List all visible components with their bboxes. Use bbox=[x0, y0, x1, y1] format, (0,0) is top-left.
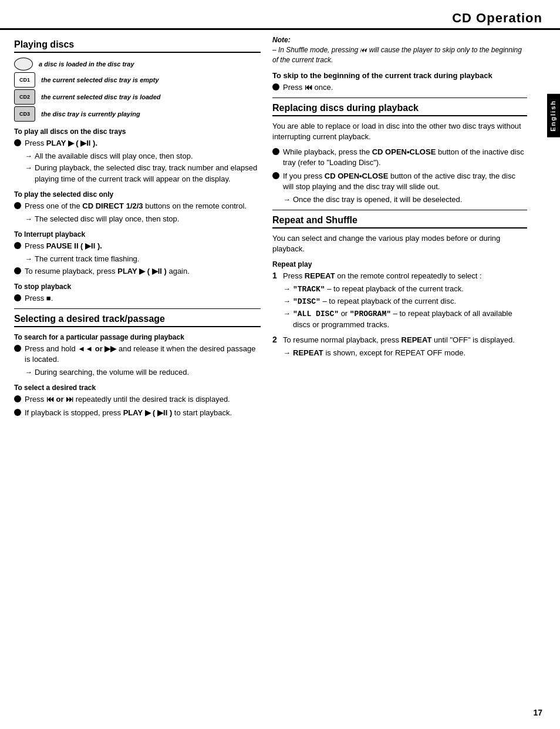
interrupt-bullet-1: Press PAUSE II ( ▶II ). bbox=[14, 241, 261, 251]
arrow-icon: → bbox=[283, 308, 291, 330]
replacing-bullet-2: If you press CD OPEN•CLOSE button of the… bbox=[272, 171, 527, 192]
disc-icon-label-4: the disc tray is currently playing bbox=[41, 110, 140, 117]
disc-icon-label-2: the current selected disc tray is empty bbox=[41, 76, 159, 83]
search-bullet-1: Press and hold ◄◄ or ▶▶ and release it w… bbox=[14, 344, 261, 365]
arrow-icon: → bbox=[25, 151, 32, 162]
arrow-icon: → bbox=[25, 163, 32, 184]
note-title: Note: bbox=[272, 36, 527, 44]
repeat-play-title: Repeat play bbox=[272, 260, 527, 268]
arrow-icon: → bbox=[283, 348, 291, 358]
select-track-text-1: Press ⏮ or ⏭ repeatedly until the desire… bbox=[25, 394, 261, 405]
disc-icon-cd1: CD1 bbox=[14, 72, 35, 88]
disc-icon-cd3: CD3 bbox=[14, 106, 35, 122]
disc-icon-label-3: the current selected disc tray is loaded bbox=[41, 93, 161, 100]
disc-row-2: CD1 the current selected disc tray is em… bbox=[14, 72, 261, 88]
select-track-text-2: If playback is stopped, press PLAY ▶ ( ▶… bbox=[25, 408, 261, 418]
bullet-icon bbox=[14, 139, 21, 146]
selecting-section: Selecting a desired track/passage To sea… bbox=[14, 314, 261, 418]
repeat-arrow-3: → "ALL DISC" or "PROGRAM" – to repeat pl… bbox=[283, 308, 527, 330]
repeat-numbered-1: 1 Press REPEAT on the remote control rep… bbox=[272, 271, 527, 331]
resume-bullet-1: To resume playback, press PLAY ▶ ( ▶II )… bbox=[14, 266, 261, 277]
playing-discs-title: Playing discs bbox=[14, 39, 261, 53]
stop-bullet-1: Press ■. bbox=[14, 293, 261, 304]
repeat-numbered-2: 2 To resume normal playback, press REPEA… bbox=[272, 335, 527, 359]
selecting-title: Selecting a desired track/passage bbox=[14, 314, 261, 327]
replacing-arrow-1: → Once the disc tray is opened, it will … bbox=[283, 194, 527, 205]
play-selected-title: To play the selected disc only bbox=[14, 190, 261, 199]
left-column: Playing discs a disc is loaded in the di… bbox=[14, 36, 261, 421]
arrow-icon: → bbox=[25, 367, 32, 378]
arrow-icon: → bbox=[25, 214, 32, 224]
select-track-bullet-1: Press ⏮ or ⏭ repeatedly until the desire… bbox=[14, 394, 261, 405]
repeat-arrow-1: → "TRACK" – to repeat playback of the cu… bbox=[283, 284, 527, 295]
play-selected-arrow-1: → The selected disc will play once, then… bbox=[25, 214, 261, 224]
disc-icon-label-1: a disc is loaded in the disc tray bbox=[39, 61, 134, 68]
replacing-intro: You are able to replace or load in disc … bbox=[272, 121, 527, 142]
select-track-bullet-2: If playback is stopped, press PLAY ▶ ( ▶… bbox=[14, 408, 261, 418]
play-all-text: Press PLAY ▶ ( ▶II ). bbox=[25, 138, 261, 149]
num-label-1: 1 bbox=[272, 271, 283, 280]
play-selected-bullet-1: Press one of the CD DIRECT 1/2/3 buttons… bbox=[14, 201, 261, 211]
replacing-bullet-1: While playback, press the CD OPEN•CLOSE … bbox=[272, 147, 527, 168]
search-title: To search for a particular passage durin… bbox=[14, 333, 261, 341]
page-number: 17 bbox=[533, 708, 542, 717]
disc-icon-cd2: CD2 bbox=[14, 89, 35, 105]
arrow-icon: → bbox=[283, 296, 291, 307]
disc-icon-oval bbox=[14, 58, 33, 70]
skip-bullet-1: Press ⏮ once. bbox=[272, 82, 527, 93]
stop-text: Press ■. bbox=[25, 293, 261, 304]
bullet-icon bbox=[14, 345, 21, 352]
bullet-icon bbox=[14, 267, 21, 274]
arrow-icon: → bbox=[283, 194, 291, 205]
note-text: – In Shuffle mode, pressing ⏮ will cause… bbox=[272, 45, 527, 65]
arrow-icon: → bbox=[283, 284, 291, 295]
play-selected-text: Press one of the CD DIRECT 1/2/3 buttons… bbox=[25, 201, 261, 211]
disc-row-1: a disc is loaded in the disc tray bbox=[14, 58, 261, 70]
select-track-title: To select a desired track bbox=[14, 384, 261, 392]
repeat-arrow-2: → "DISC" – to repeat playback of the cur… bbox=[283, 296, 527, 307]
divider-1 bbox=[14, 308, 261, 309]
disc-row-3: CD2 the current selected disc tray is lo… bbox=[14, 89, 261, 105]
replacing-title: Replacing discs during playback bbox=[272, 103, 527, 116]
disc-icons-list: a disc is loaded in the disc tray CD1 th… bbox=[14, 58, 261, 122]
bullet-icon bbox=[14, 409, 21, 416]
divider-2 bbox=[272, 98, 527, 98]
bullet-icon bbox=[14, 242, 21, 249]
bullet-icon bbox=[14, 395, 21, 402]
bullet-icon bbox=[14, 202, 21, 209]
bullet-icon bbox=[272, 172, 279, 179]
note-box: Note: – In Shuffle mode, pressing ⏮ will… bbox=[272, 36, 527, 65]
skip-text: Press ⏮ once. bbox=[283, 82, 527, 93]
repeat-item-1-text: Press REPEAT on the remote control repea… bbox=[283, 271, 527, 331]
replacing-text-1: While playback, press the CD OPEN•CLOSE … bbox=[283, 147, 527, 168]
playing-discs-section: Playing discs a disc is loaded in the di… bbox=[14, 39, 261, 304]
num-label-2: 2 bbox=[272, 335, 283, 344]
search-text: Press and hold ◄◄ or ▶▶ and release it w… bbox=[25, 344, 261, 365]
interrupt-arrow-1: → The current track time flashing. bbox=[25, 254, 261, 264]
play-all-arrow-1: → All the available discs will play once… bbox=[25, 151, 261, 162]
repeat-shuffle-section: Repeat and Shuffle You can select and ch… bbox=[272, 215, 527, 360]
play-all-arrow-2: → During playback, the selected disc tra… bbox=[25, 163, 261, 184]
skip-title: To skip to the beginning of the current … bbox=[272, 71, 527, 80]
interrupt-text: Press PAUSE II ( ▶II ). bbox=[25, 241, 261, 251]
right-column: Note: – In Shuffle mode, pressing ⏮ will… bbox=[272, 36, 542, 421]
stop-title: To stop playback bbox=[14, 283, 261, 291]
repeat-arrow-4: → REPEAT is shown, except for REPEAT OFF… bbox=[283, 348, 527, 358]
disc-row-4: CD3 the disc tray is currently playing bbox=[14, 106, 261, 122]
arrow-icon: → bbox=[25, 254, 32, 264]
bullet-icon bbox=[14, 294, 21, 301]
replacing-section: Replacing discs during playback You are … bbox=[272, 103, 527, 205]
repeat-shuffle-title: Repeat and Shuffle bbox=[272, 215, 527, 229]
bullet-icon bbox=[272, 148, 279, 155]
bullet-icon bbox=[272, 83, 279, 90]
repeat-shuffle-intro: You can select and change the various pl… bbox=[272, 233, 527, 254]
interrupt-title: To Interrupt playback bbox=[14, 230, 261, 238]
search-arrow-1: → During searching, the volume will be r… bbox=[25, 367, 261, 378]
repeat-item-2-text: To resume normal playback, press REPEAT … bbox=[283, 335, 527, 359]
side-tab: English bbox=[547, 94, 560, 137]
resume-text: To resume playback, press PLAY ▶ ( ▶II )… bbox=[25, 266, 261, 277]
divider-3 bbox=[272, 210, 527, 210]
play-all-bullet-1: Press PLAY ▶ ( ▶II ). bbox=[14, 138, 261, 149]
play-all-title: To play all discs on the disc trays bbox=[14, 127, 261, 136]
replacing-text-2: If you press CD OPEN•CLOSE button of the… bbox=[283, 171, 527, 192]
